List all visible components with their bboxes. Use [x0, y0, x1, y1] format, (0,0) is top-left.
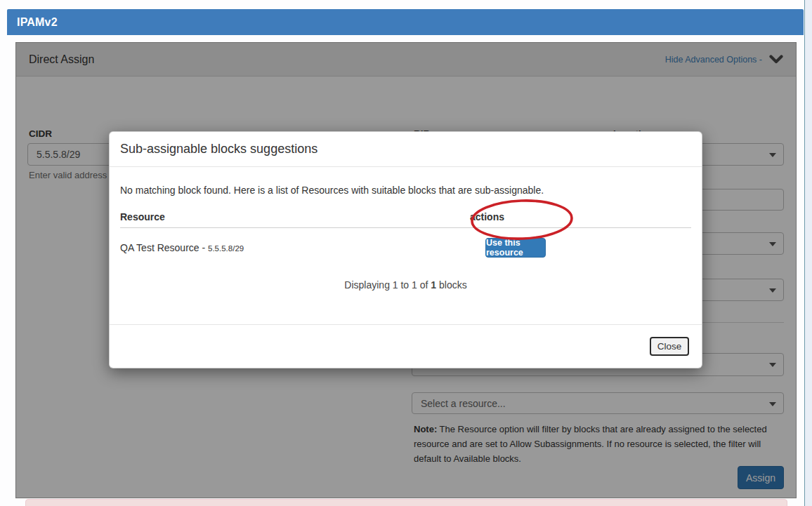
resource-name: QA Test Resource [120, 242, 199, 253]
error-alert: The supplied block (5.5.5.8/29) could no… [25, 499, 787, 506]
modal-title: Sub-assignable blocks suggestions [120, 142, 317, 157]
resource-separator: - [199, 242, 208, 253]
suggestions-modal: Sub-assignable blocks suggestions No mat… [109, 131, 702, 368]
use-this-resource-button[interactable]: Use this resource [485, 238, 546, 258]
page: IPAMv2 Direct Assign Hide Advanced Optio… [0, 0, 812, 506]
table-row: QA Test Resource - 5.5.5.8/29 Use this r… [120, 238, 691, 258]
modal-description: No matching block found. Here is a list … [120, 185, 691, 196]
resource-cidr: 5.5.5.8/29 [208, 244, 244, 253]
navbar: IPAMv2 [7, 9, 804, 35]
pagination-count: 1 [431, 279, 436, 291]
table-header-row: Resource actions [120, 211, 691, 228]
pagination-suffix: blocks [436, 279, 467, 291]
close-button[interactable]: Close [650, 337, 689, 356]
modal-header: Sub-assignable blocks suggestions [110, 132, 702, 167]
resource-cell: QA Test Resource - 5.5.5.8/29 [120, 242, 470, 253]
column-header-resource: Resource [120, 211, 470, 222]
pagination-prefix: Displaying 1 to 1 of [344, 279, 431, 291]
window-edge-strip [804, 0, 812, 506]
app-brand: IPAMv2 [7, 16, 58, 29]
modal-footer: Close [110, 324, 702, 368]
pagination-status: Displaying 1 to 1 of 1 blocks [120, 279, 691, 291]
modal-body: No matching block found. Here is a list … [110, 167, 702, 291]
column-header-actions: actions [470, 211, 504, 222]
